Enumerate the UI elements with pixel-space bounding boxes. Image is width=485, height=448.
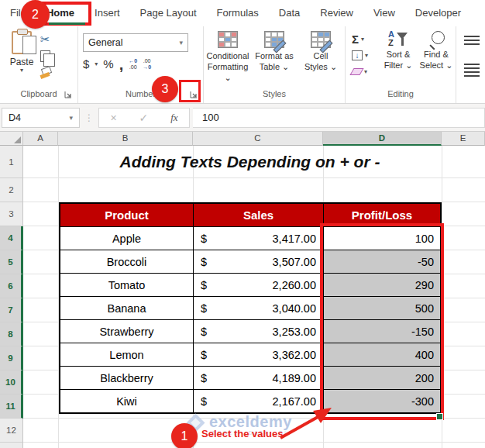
- fill-icon[interactable]: ↓: [352, 50, 363, 60]
- format-as-table-icon: [264, 31, 284, 48]
- cell-profit-selected[interactable]: 500: [324, 297, 440, 319]
- tab-view[interactable]: View: [363, 1, 405, 26]
- table-row: Strawberry $3,253.00 -150: [60, 319, 440, 343]
- conditional-formatting-icon: [218, 31, 238, 48]
- cell-profit-selected[interactable]: 200: [324, 367, 440, 389]
- row-header-13[interactable]: [0, 443, 23, 448]
- format-as-table-button[interactable]: Format asTable ⌄: [252, 31, 297, 73]
- table-row: Lemon $3,362.00 400: [60, 343, 440, 366]
- row-header-11[interactable]: 11: [0, 395, 23, 419]
- cell-sales[interactable]: $2,260.00: [194, 274, 324, 296]
- table-row: Tomato $2,260.00 290: [60, 273, 440, 296]
- percent-style-button[interactable]: %: [103, 57, 113, 71]
- decrease-decimal-button[interactable]: .00→0: [143, 58, 151, 70]
- find-select-magnifier-icon: [427, 31, 445, 50]
- increase-decimal-button[interactable]: ←0.00: [129, 58, 137, 70]
- cell-product[interactable]: Strawberry: [60, 320, 194, 343]
- autosum-icon[interactable]: Σ: [352, 33, 359, 46]
- cell-sales[interactable]: $3,362.00: [194, 343, 324, 366]
- cell-sales[interactable]: $3,507.00: [194, 250, 324, 273]
- sort-filter-button[interactable]: AZ Sort &Filter ⌄: [380, 31, 417, 71]
- comma-style-button[interactable]: ,: [119, 60, 124, 68]
- cell-profit-active[interactable]: 100: [324, 227, 440, 250]
- find-select-button[interactable]: Find &Select ⌄: [418, 31, 455, 71]
- fill-chevron[interactable]: ▾: [365, 53, 368, 59]
- autosum-chevron[interactable]: ▾: [361, 36, 364, 43]
- ribbon: Paste ▾ ✂ ▾ Clipboard General ▾ $ ▾: [0, 26, 485, 104]
- cell-product[interactable]: Apple: [60, 227, 194, 250]
- row-header-7[interactable]: 7: [0, 298, 23, 322]
- header-sales[interactable]: Sales: [194, 204, 324, 226]
- align-lines-icon[interactable]: [464, 36, 480, 47]
- cell-profit-selected[interactable]: 290: [324, 274, 440, 296]
- clear-chevron[interactable]: ▾: [364, 69, 367, 75]
- cell-styles-button[interactable]: CellStyles ⌄: [298, 31, 343, 73]
- column-header-a[interactable]: A: [23, 132, 58, 146]
- table-row: Broccoli $3,507.00 -50: [60, 250, 440, 273]
- clear-eraser-icon[interactable]: [349, 68, 363, 75]
- row-header-5[interactable]: 5: [0, 250, 23, 274]
- conditional-formatting-button[interactable]: ConditionalFormatting ⌄: [205, 31, 250, 83]
- row-header-4[interactable]: 4: [0, 226, 23, 250]
- accounting-format-button[interactable]: $: [83, 57, 89, 71]
- tab-formulas[interactable]: Formulas: [207, 1, 269, 26]
- column-header-c[interactable]: C: [193, 132, 323, 146]
- row-header-9[interactable]: 9: [0, 346, 23, 370]
- cell-sales[interactable]: $4,189.00: [194, 367, 324, 389]
- number-dialog-launcher[interactable]: [189, 90, 198, 99]
- tab-developer[interactable]: Developer: [405, 1, 471, 26]
- row-header-6[interactable]: 6: [0, 274, 23, 298]
- tab-page-layout[interactable]: Page Layout: [130, 1, 207, 26]
- cell-profit-selected[interactable]: 400: [324, 343, 440, 366]
- justify-lines-icon[interactable]: [464, 64, 480, 79]
- clipboard-dialog-launcher[interactable]: [64, 90, 73, 99]
- header-product[interactable]: Product: [60, 204, 194, 226]
- column-headers: A B C D E: [0, 132, 485, 146]
- name-box[interactable]: D4 ▾: [2, 108, 80, 128]
- cut-icon[interactable]: ✂: [40, 33, 50, 45]
- copy-icon[interactable]: [40, 50, 50, 62]
- step-1-label: Select the values: [201, 428, 284, 439]
- tab-insert[interactable]: Insert: [84, 1, 130, 26]
- select-all-corner[interactable]: [0, 132, 23, 146]
- tab-data[interactable]: Data: [269, 1, 310, 26]
- cell-product[interactable]: Blackberry: [60, 367, 194, 389]
- column-header-d-selected[interactable]: D: [323, 132, 442, 146]
- enter-check-icon[interactable]: ✓: [139, 112, 149, 124]
- table-row: Kiwi $2,167.00 -300: [60, 389, 440, 412]
- tab-review[interactable]: Review: [310, 1, 363, 26]
- cell-sales[interactable]: $3,253.00: [194, 320, 324, 343]
- column-header-e[interactable]: E: [442, 132, 485, 146]
- name-box-chevron[interactable]: ▾: [69, 114, 73, 122]
- cell-profit-selected[interactable]: -150: [324, 320, 440, 343]
- cell-profit-selected[interactable]: -50: [324, 250, 440, 273]
- number-group: General ▾ $ ▾ % , ←0.00 .00→0 Number: [78, 26, 204, 103]
- format-painter-icon[interactable]: [40, 67, 53, 78]
- cell-product[interactable]: Banana: [60, 297, 194, 319]
- cell-sales[interactable]: $3,417.00: [194, 227, 324, 250]
- data-table: Product Sales Profit/Loss Apple $3,417.0…: [59, 202, 442, 414]
- fill-handle[interactable]: [436, 413, 443, 420]
- row-header-8[interactable]: 8: [0, 322, 23, 346]
- step-2-badge: 2: [21, 0, 50, 29]
- row-header-12[interactable]: 12: [0, 419, 23, 443]
- cell-product[interactable]: Lemon: [60, 343, 194, 366]
- cancel-icon[interactable]: ×: [110, 112, 116, 124]
- header-profit-loss[interactable]: Profit/Loss: [324, 204, 440, 226]
- row-header-2[interactable]: 2: [0, 178, 23, 202]
- row-header-10[interactable]: 10: [0, 370, 23, 395]
- column-header-b[interactable]: B: [58, 132, 193, 146]
- paste-dropdown-chevron[interactable]: ▾: [6, 67, 37, 74]
- cell-product[interactable]: Tomato: [60, 274, 194, 296]
- formula-input[interactable]: 100: [193, 108, 485, 128]
- number-format-dropdown[interactable]: General ▾: [83, 33, 188, 52]
- formula-bar-grip[interactable]: ⋮: [80, 112, 98, 123]
- paste-button[interactable]: Paste ▾: [6, 31, 37, 74]
- row-header-1[interactable]: 1: [0, 146, 23, 178]
- cell-product[interactable]: Broccoli: [60, 250, 194, 273]
- row-header-3[interactable]: 3: [0, 202, 23, 226]
- cell-sales[interactable]: $3,040.00: [194, 297, 324, 319]
- accounting-chevron[interactable]: ▾: [95, 61, 98, 67]
- insert-function-icon[interactable]: fx: [170, 112, 177, 124]
- cell-product[interactable]: Kiwi: [60, 390, 194, 412]
